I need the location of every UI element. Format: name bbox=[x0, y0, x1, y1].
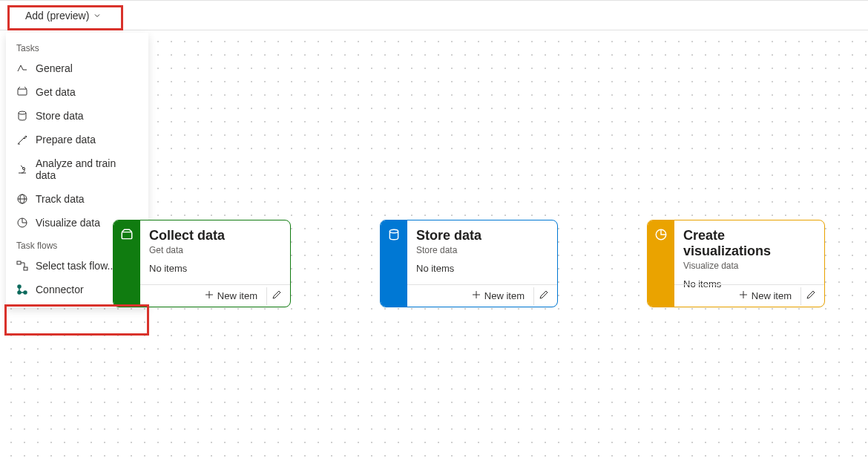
svg-rect-15 bbox=[17, 261, 21, 264]
menu-item-get-data[interactable]: Get data bbox=[6, 80, 148, 104]
edit-button[interactable] bbox=[533, 287, 553, 305]
svg-point-6 bbox=[19, 111, 26, 114]
card-stripe bbox=[648, 220, 674, 307]
menu-item-analyze-train[interactable]: Analyze and train data bbox=[6, 151, 148, 187]
svg-rect-20 bbox=[122, 232, 132, 239]
card-subtitle: Visualize data bbox=[683, 261, 815, 271]
card-status: No items bbox=[416, 263, 548, 274]
card-subtitle: Get data bbox=[149, 245, 281, 255]
card-subtitle: Store data bbox=[416, 245, 548, 255]
card-body: Collect data Get data No items New item bbox=[140, 220, 290, 307]
new-item-label: New item bbox=[752, 290, 792, 301]
svg-point-17 bbox=[18, 285, 21, 288]
menu-item-label: Visualize data bbox=[36, 217, 100, 229]
new-item-label: New item bbox=[217, 290, 257, 301]
svg-rect-3 bbox=[18, 89, 27, 95]
card-body: Store data Store data No items New item bbox=[407, 220, 557, 307]
general-icon bbox=[16, 62, 28, 74]
menu-item-label: Track data bbox=[36, 193, 85, 205]
globe-icon bbox=[16, 193, 28, 205]
menu-item-label: Get data bbox=[36, 86, 76, 98]
plus-icon bbox=[739, 290, 748, 301]
new-item-button[interactable]: New item bbox=[200, 288, 262, 304]
svg-line-7 bbox=[19, 138, 24, 143]
menu-item-label: General bbox=[36, 62, 73, 74]
menu-item-label: Store data bbox=[36, 110, 84, 122]
card-title: Collect data bbox=[149, 228, 281, 243]
new-item-button[interactable]: New item bbox=[734, 288, 796, 304]
menu-item-prepare-data[interactable]: Prepare data bbox=[6, 128, 148, 151]
get-data-icon bbox=[16, 86, 28, 98]
edit-button[interactable] bbox=[800, 287, 820, 305]
toolbar: Add (preview) bbox=[0, 0, 868, 30]
card-create-visualizations[interactable]: Create visualizations Visualize data No … bbox=[647, 220, 825, 307]
svg-rect-16 bbox=[24, 267, 27, 270]
card-title: Create visualizations bbox=[683, 228, 815, 259]
menu-item-store-data[interactable]: Store data bbox=[6, 104, 148, 128]
svg-point-23 bbox=[389, 229, 398, 233]
add-preview-label: Add (preview) bbox=[25, 10, 89, 22]
card-footer: New item bbox=[674, 284, 824, 307]
database-icon bbox=[16, 110, 28, 122]
pie-chart-icon bbox=[16, 217, 28, 229]
broom-icon bbox=[16, 134, 28, 146]
card-title: Store data bbox=[416, 228, 548, 243]
plus-icon bbox=[205, 290, 214, 301]
pencil-icon bbox=[272, 290, 282, 303]
svg-point-19 bbox=[24, 291, 27, 294]
add-preview-button[interactable]: Add (preview) bbox=[15, 7, 107, 24]
plus-icon bbox=[472, 290, 481, 301]
pencil-icon bbox=[806, 290, 816, 303]
flow-icon bbox=[16, 260, 28, 272]
new-item-label: New item bbox=[484, 290, 525, 301]
edit-button[interactable] bbox=[266, 287, 286, 305]
card-stripe bbox=[114, 220, 140, 307]
card-collect-data[interactable]: Collect data Get data No items New item bbox=[113, 220, 291, 307]
connector-icon bbox=[16, 284, 28, 295]
menu-item-track-data[interactable]: Track data bbox=[6, 187, 148, 211]
menu-section-tasks: Tasks bbox=[6, 37, 148, 56]
card-store-data[interactable]: Store data Store data No items New item bbox=[380, 220, 558, 307]
microscope-icon bbox=[16, 163, 28, 175]
menu-item-label: Connector bbox=[36, 284, 84, 295]
menu-item-general[interactable]: General bbox=[6, 56, 148, 80]
card-status: No items bbox=[149, 263, 281, 274]
new-item-button[interactable]: New item bbox=[467, 288, 529, 304]
menu-item-label: Select task flow... bbox=[36, 260, 116, 272]
menu-item-label: Prepare data bbox=[36, 134, 96, 146]
pencil-icon bbox=[539, 290, 549, 303]
chevron-down-icon bbox=[93, 10, 101, 22]
card-footer: New item bbox=[140, 284, 290, 307]
card-footer: New item bbox=[407, 284, 557, 307]
menu-item-label: Analyze and train data bbox=[36, 157, 138, 181]
card-stripe bbox=[381, 220, 407, 307]
card-body: Create visualizations Visualize data No … bbox=[674, 220, 824, 307]
